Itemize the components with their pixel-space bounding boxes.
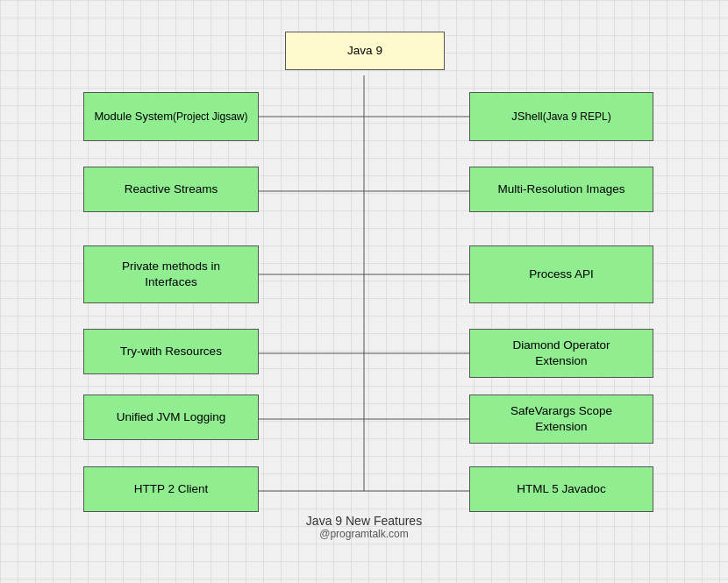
jvm-box: Unified JVM Logging [83, 395, 259, 440]
module-box: Module System(Project Jigsaw) [83, 92, 259, 141]
http2-box: HTTP 2 Client [83, 466, 259, 512]
caption-title: Java 9 New Features [31, 514, 697, 528]
jshell-box: JShell(Java 9 REPL) [469, 92, 653, 141]
caption-sub: @programtalk.com [31, 528, 697, 540]
diagram-container: Java 9 Module System(Project Jigsaw) Rea… [31, 16, 697, 542]
java9-title: Java 9 [347, 43, 382, 59]
html5-box: HTML 5 Javadoc [469, 466, 653, 512]
reactive-label: Reactive Streams [125, 181, 218, 197]
java9-root-box: Java 9 [285, 32, 445, 70]
diamond-box: Diamond OperatorExtension [469, 329, 653, 378]
reactive-box: Reactive Streams [83, 167, 259, 212]
private-box: Private methods inInterfaces [83, 245, 259, 303]
diagram-caption: Java 9 New Features @programtalk.com [31, 514, 697, 540]
safevarargs-box: SafeVarargs ScopeExtension [469, 395, 653, 444]
trywith-box: Try-with Resources [83, 329, 259, 374]
multiresolution-box: Multi-Resolution Images [469, 167, 653, 212]
processapi-box: Process API [469, 245, 653, 303]
